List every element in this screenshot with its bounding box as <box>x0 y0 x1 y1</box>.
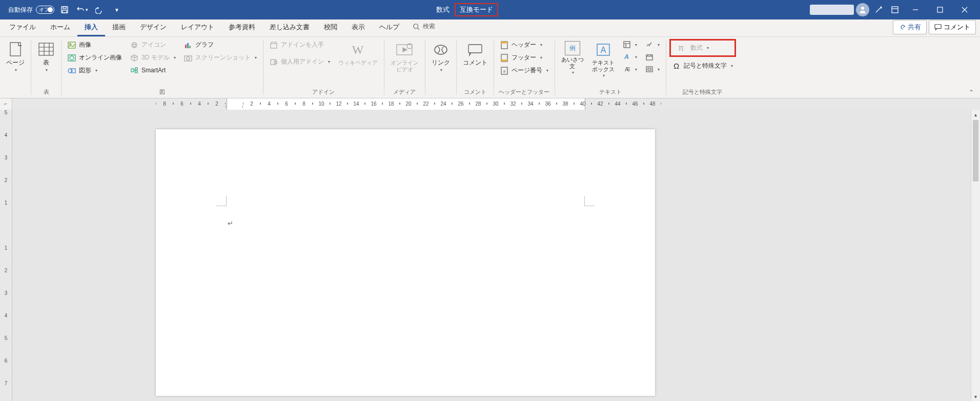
document-area[interactable]: 543211234567 ↵ <box>0 110 971 401</box>
scroll-down-button[interactable]: ▾ <box>971 392 980 401</box>
horizontal-ruler[interactable]: ⌐ 86422468101214161820222426283032343638… <box>0 98 980 110</box>
maximize-button[interactable] <box>929 2 951 17</box>
ribbon: ページ▾ 表▾ 表 画像 オンライン画像 図形▾ アイコン 3D モデル▾ <box>0 37 980 98</box>
object-button[interactable]: ▾ <box>642 64 663 75</box>
svg-point-3 <box>861 7 864 10</box>
ruler-tick: 42 <box>591 101 609 107</box>
tab-layout[interactable]: レイアウト <box>174 18 221 36</box>
online-pictures-button[interactable]: オンライン画像 <box>65 52 125 64</box>
tab-help[interactable]: ヘルプ <box>372 18 406 36</box>
wikipedia-button[interactable]: W ウィキペディア <box>335 39 381 68</box>
omega-icon: Ω <box>672 62 681 70</box>
greeting-button[interactable]: 例 あいさつ 文▾ <box>558 39 587 77</box>
ruler-corner[interactable]: ⌐ <box>0 98 12 110</box>
header-button[interactable]: ヘッダー▾ <box>497 39 552 51</box>
autosave-toggle[interactable]: 自動保存 オフ <box>8 6 54 14</box>
svg-text:#: # <box>503 69 505 74</box>
wordart-button[interactable]: A▾ <box>620 51 640 63</box>
quickparts-button[interactable]: ▾ <box>620 39 640 50</box>
ruler-tick: 6 <box>173 101 191 107</box>
icons-button[interactable]: アイコン <box>127 39 179 51</box>
ruler-tick: 2 <box>208 101 226 107</box>
footer-label: フッター <box>512 53 536 62</box>
table-button[interactable]: 表▾ <box>34 39 58 74</box>
tab-home[interactable]: ホーム <box>43 18 77 36</box>
tab-mailings[interactable]: 差し込み文書 <box>262 18 317 36</box>
icons-label: アイコン <box>141 41 166 49</box>
symbol-button[interactable]: Ω記号と特殊文字▾ <box>669 60 736 72</box>
online-video-button[interactable]: オンライン ビデオ <box>387 39 422 74</box>
comment-label: コメント <box>944 23 970 32</box>
tab-review[interactable]: 校閲 <box>317 18 344 36</box>
new-comment-button[interactable]: コメント <box>460 39 491 69</box>
textbox-button[interactable]: A テキスト ボックス▾ <box>589 39 618 80</box>
tab-file[interactable]: ファイル <box>2 18 43 36</box>
new-comment-label: コメント <box>463 59 487 67</box>
tab-insert[interactable]: 挿入 <box>77 18 105 36</box>
svg-rect-45 <box>646 67 652 72</box>
ruler-tick: 2 <box>0 177 12 183</box>
scroll-thumb[interactable] <box>973 120 978 182</box>
screenshot-button[interactable]: スクリーンショット▾ <box>181 52 260 64</box>
share-button[interactable]: 共有 <box>893 20 927 34</box>
page-number-button[interactable]: #ページ番号▾ <box>497 65 552 76</box>
close-button[interactable] <box>953 2 976 17</box>
ruler-tick: 22 <box>417 101 435 107</box>
ruler-tick: 4 <box>0 132 12 138</box>
my-addins-button[interactable]: 個人用アドイン▾ <box>267 56 333 68</box>
tell-me-search[interactable]: 検索 <box>406 18 441 36</box>
collapse-ribbon-button[interactable]: ⌃ <box>966 88 977 97</box>
svg-point-18 <box>135 44 136 45</box>
redo-button[interactable] <box>92 3 107 17</box>
pages-button[interactable]: ページ▾ <box>3 39 28 74</box>
ruler-tick: 1 <box>0 245 12 251</box>
ribbon-display-options-icon[interactable] <box>888 3 902 17</box>
get-addins-button[interactable]: アドインを入手 <box>267 39 333 51</box>
titlebar-search-pill[interactable] <box>810 5 854 15</box>
object-icon <box>645 65 654 73</box>
scroll-up-button[interactable]: ▴ <box>971 110 980 119</box>
chart-icon <box>184 41 192 49</box>
ruler-tick: 36 <box>539 101 557 107</box>
vertical-ruler[interactable]: 543211234567 <box>0 110 12 401</box>
ribbon-tabstrip: ファイル ホーム 挿入 描画 デザイン レイアウト 参考資料 差し込み文書 校閲… <box>0 19 980 37</box>
3d-models-button[interactable]: 3D モデル▾ <box>127 52 179 64</box>
svg-rect-35 <box>501 42 507 44</box>
minimize-button[interactable] <box>904 2 927 17</box>
ruler-tick: 4 <box>0 313 12 318</box>
coming-soon-icon[interactable] <box>871 3 886 17</box>
group-links-label <box>428 89 453 98</box>
svg-rect-33 <box>468 45 482 53</box>
undo-button[interactable]: ▾ <box>75 3 89 17</box>
tab-draw[interactable]: 描画 <box>105 18 133 36</box>
tab-design[interactable]: デザイン <box>133 18 174 36</box>
equation-label: 数式 <box>690 44 703 52</box>
save-icon[interactable] <box>57 3 72 17</box>
equation-button[interactable]: π数式▾ <box>673 42 713 54</box>
svg-rect-27 <box>271 44 277 48</box>
svg-rect-42 <box>624 42 630 48</box>
comment-button[interactable]: コメント <box>929 20 976 34</box>
datetime-button[interactable] <box>642 51 663 63</box>
document-page[interactable]: ↵ <box>156 129 655 396</box>
chart-button[interactable]: グラフ <box>181 39 260 51</box>
ruler-tick: 6 <box>278 101 295 107</box>
smartart-button[interactable]: SmartArt <box>127 65 179 76</box>
link-button[interactable]: リンク▾ <box>428 39 453 74</box>
shapes-button[interactable]: 図形▾ <box>65 65 125 76</box>
pictures-button[interactable]: 画像 <box>65 39 125 51</box>
smartart-icon <box>130 66 138 74</box>
tab-references[interactable]: 参考資料 <box>221 18 262 36</box>
signature-button[interactable]: ▾ <box>642 39 663 50</box>
customize-qat-button[interactable]: ▼ <box>110 3 124 17</box>
footer-button[interactable]: フッター▾ <box>497 52 552 64</box>
dropcap-icon: A <box>623 65 631 73</box>
dropcap-button[interactable]: A▾ <box>620 64 640 75</box>
wikipedia-icon: W <box>349 41 366 58</box>
user-avatar[interactable] <box>856 3 869 16</box>
vertical-scrollbar[interactable]: ▴ ▾ <box>971 110 980 401</box>
tab-view[interactable]: 表示 <box>344 18 372 36</box>
ruler-tick: 26 <box>452 101 469 107</box>
new-comment-icon <box>466 41 484 58</box>
svg-point-26 <box>187 57 190 60</box>
